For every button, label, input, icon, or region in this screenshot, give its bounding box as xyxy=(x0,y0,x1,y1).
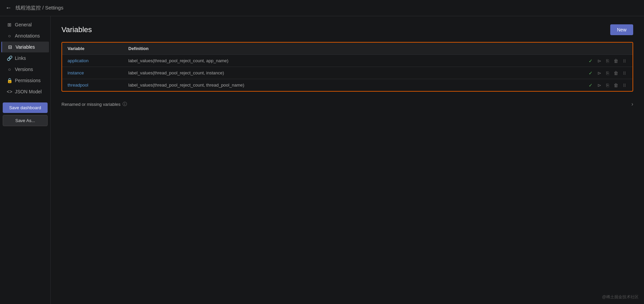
breadcrumb: 线程池监控 / Settings xyxy=(16,5,63,11)
variable-definition: label_values(thread_pool_reject_count, i… xyxy=(128,70,627,75)
copy-icon[interactable]: ⎘ xyxy=(606,70,609,76)
table-header: Variable Definition xyxy=(62,43,633,55)
sidebar-item-variables[interactable]: ⊟ Variables xyxy=(1,42,49,52)
drag-icon[interactable]: ⁞⁞ xyxy=(623,58,626,64)
sidebar-item-links[interactable]: 🔗 Links xyxy=(1,53,49,64)
check-icon[interactable]: ✓ xyxy=(589,70,593,76)
topbar: ← 线程池监控 / Settings xyxy=(0,0,644,16)
main-content: Variables New Variable Definition applic… xyxy=(51,16,644,304)
sidebar-item-general[interactable]: ⊞ General xyxy=(1,19,49,30)
save-dashboard-button[interactable]: Save dashboard xyxy=(3,102,48,113)
page-title: Variables xyxy=(61,25,92,34)
info-icon: ⓘ xyxy=(123,101,127,107)
variable-name[interactable]: instance xyxy=(68,70,128,75)
filter-icon[interactable]: ⊳ xyxy=(597,70,601,76)
variable-name[interactable]: threadpool xyxy=(68,83,128,88)
back-button[interactable]: ← xyxy=(5,4,11,11)
definition-column-header: Definition xyxy=(128,46,627,51)
table-row: instance label_values(thread_pool_reject… xyxy=(62,67,633,79)
missing-vars-section[interactable]: Renamed or missing variables ⓘ › xyxy=(61,98,633,110)
filter-icon[interactable]: ⊳ xyxy=(597,83,601,88)
missing-vars-text: Renamed or missing variables ⓘ xyxy=(61,101,127,107)
delete-icon[interactable]: 🗑 xyxy=(614,83,618,88)
general-icon: ⊞ xyxy=(7,22,12,27)
delete-icon[interactable]: 🗑 xyxy=(614,70,618,76)
footer-note: @稀土掘金技术社区 xyxy=(602,294,639,300)
check-icon[interactable]: ✓ xyxy=(589,58,593,64)
table-row: threadpool label_values(thread_pool_reje… xyxy=(62,79,633,91)
sidebar-item-annotations[interactable]: ○ Annotations xyxy=(1,30,49,41)
versions-icon: ○ xyxy=(7,67,12,72)
variables-icon: ⊟ xyxy=(7,44,13,50)
variable-name[interactable]: application xyxy=(68,58,128,63)
annotations-icon: ○ xyxy=(7,33,12,39)
sidebar-item-json-model[interactable]: <> JSON Model xyxy=(1,86,49,97)
json-icon: <> xyxy=(7,89,12,94)
variable-definition: label_values(thread_pool_reject_count, a… xyxy=(128,58,627,63)
table-row: application label_values(thread_pool_rej… xyxy=(62,55,633,67)
save-as-button[interactable]: Save As... xyxy=(3,115,48,126)
delete-icon[interactable]: 🗑 xyxy=(614,58,618,64)
filter-icon[interactable]: ⊳ xyxy=(597,58,601,64)
variables-table: Variable Definition application label_va… xyxy=(61,42,633,92)
drag-icon[interactable]: ⁞⁞ xyxy=(623,70,626,76)
variable-column-header: Variable xyxy=(68,46,128,51)
sidebar-item-versions[interactable]: ○ Versions xyxy=(1,64,49,75)
lock-icon: 🔒 xyxy=(7,78,12,83)
copy-icon[interactable]: ⎘ xyxy=(606,83,609,88)
new-button[interactable]: New xyxy=(610,24,633,35)
chevron-right-icon: › xyxy=(632,101,633,107)
sidebar: ⊞ General ○ Annotations ⊟ Variables 🔗 Li… xyxy=(0,16,51,304)
drag-icon[interactable]: ⁞⁞ xyxy=(623,83,626,88)
variable-definition: label_values(thread_pool_reject_count, t… xyxy=(128,83,627,88)
sidebar-item-permissions[interactable]: 🔒 Permissions xyxy=(1,75,49,86)
check-icon[interactable]: ✓ xyxy=(589,83,593,88)
copy-icon[interactable]: ⎘ xyxy=(606,58,609,64)
links-icon: 🔗 xyxy=(7,55,12,61)
content-header: Variables New xyxy=(61,24,633,35)
